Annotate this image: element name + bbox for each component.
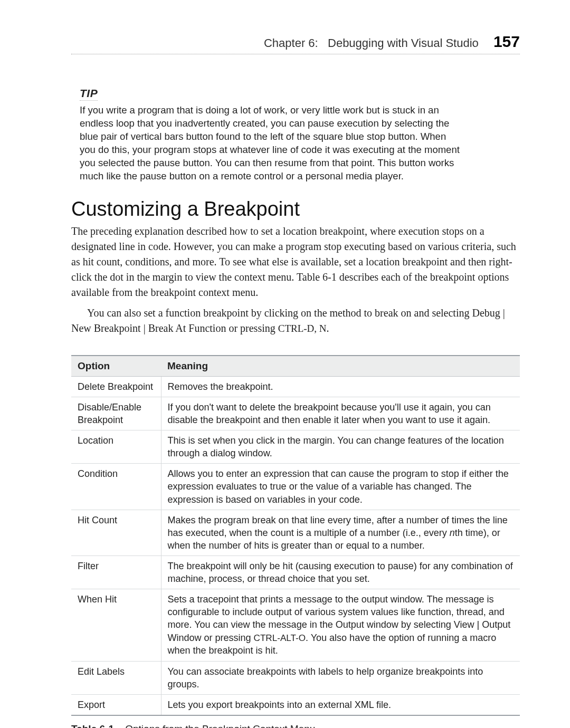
table-row: FilterThe breakpoint will only be hit (c… <box>71 556 520 589</box>
option-cell: Hit Count <box>71 510 161 555</box>
tip-heading: TIP <box>80 87 98 101</box>
table-row: Disable/Enable BreakpointIf you don't wa… <box>71 397 520 430</box>
table-row: ExportLets you export breakpoints into a… <box>71 694 520 715</box>
table-row: ConditionAllows you to enter an expressi… <box>71 464 520 510</box>
section-heading: Customizing a Breakpoint <box>71 198 520 221</box>
meaning-cell: This is set when you click in the margin… <box>161 430 520 464</box>
meaning-cell: You can associate breakpoints with label… <box>161 661 520 694</box>
table-header-meaning: Meaning <box>161 356 520 377</box>
body-paragraph-1: The preceding explanation described how … <box>71 224 520 300</box>
table-caption-label: Table 6-1 <box>71 723 114 728</box>
option-cell: Filter <box>71 556 161 589</box>
table-header-option: Option <box>71 356 161 377</box>
table-caption: Table 6-1 Options from the Breakpoint Co… <box>71 723 520 728</box>
tip-block: TIP If you write a program that is doing… <box>80 87 520 183</box>
tip-body: If you write a program that is doing a l… <box>80 104 460 183</box>
chapter-label: Chapter 6: <box>264 36 318 50</box>
meaning-cell: Makes the program break on that line eve… <box>161 510 520 555</box>
table-header-row: Option Meaning <box>71 356 520 377</box>
body-paragraph-2: You can also set a function breakpoint b… <box>71 305 520 336</box>
option-cell: Location <box>71 430 161 464</box>
option-cell: Disable/Enable Breakpoint <box>71 397 161 430</box>
meaning-cell: Sets a tracepoint that prints a message … <box>161 589 520 661</box>
running-header: Chapter 6: Debugging with Visual Studio … <box>71 33 520 54</box>
meaning-cell: If you don't want to delete the breakpoi… <box>161 397 520 430</box>
option-cell: When Hit <box>71 589 161 661</box>
option-cell: Condition <box>71 464 161 510</box>
table-row: Delete BreakpointRemoves the breakpoint. <box>71 376 520 397</box>
keyboard-shortcut: CTRL-D, N <box>278 323 327 334</box>
meaning-cell: The breakpoint will only be hit (causing… <box>161 556 520 589</box>
option-cell: Export <box>71 694 161 715</box>
meaning-cell: Removes the breakpoint. <box>161 376 520 397</box>
option-cell: Edit Labels <box>71 661 161 694</box>
table-row: When HitSets a tracepoint that prints a … <box>71 589 520 661</box>
table-row: Hit CountMakes the program break on that… <box>71 510 520 555</box>
table-caption-text: Options from the Breakpoint Context Menu <box>125 723 315 728</box>
option-cell: Delete Breakpoint <box>71 376 161 397</box>
para2-post: . <box>327 322 329 334</box>
table-row: LocationThis is set when you click in th… <box>71 430 520 464</box>
meaning-cell: Lets you export breakpoints into an exte… <box>161 694 520 715</box>
table-row: Edit LabelsYou can associate breakpoints… <box>71 661 520 694</box>
breakpoint-options-table: Option Meaning Delete BreakpointRemoves … <box>71 355 520 716</box>
chapter-title: Debugging with Visual Studio <box>328 36 479 50</box>
meaning-cell: Allows you to enter an expression that c… <box>161 464 520 510</box>
page-number: 157 <box>493 33 520 50</box>
